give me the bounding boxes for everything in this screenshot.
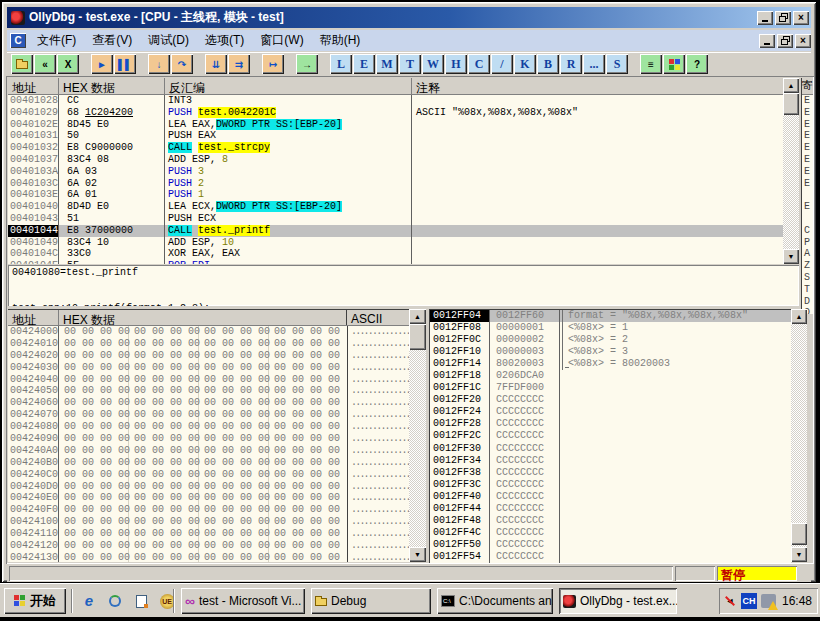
close-process-button[interactable]: X — [57, 54, 79, 74]
task-button-command-prompt[interactable]: C:\ C:\Documents an... — [437, 588, 553, 614]
stack-row[interactable]: 0012FF3CCCCCCCCC — [430, 479, 791, 491]
stack-row[interactable]: 0012FF38CCCCCCCC — [430, 467, 791, 479]
window-button-M[interactable]: M — [376, 54, 398, 74]
restore-button[interactable] — [775, 11, 791, 25]
disasm-row[interactable]: 0040103E6A 01PUSH 1 — [8, 189, 783, 201]
disasm-row[interactable]: 0040103C6A 02PUSH 2 — [8, 178, 783, 190]
minimize-button[interactable] — [757, 11, 773, 25]
window-button-H[interactable]: H — [445, 54, 467, 74]
cpu-window-icon[interactable]: C — [10, 33, 26, 48]
dump-row[interactable]: 0042406000 00 00 0000 00 00 0000 00 00 0… — [8, 397, 409, 409]
disasm-row[interactable]: 0040104983C4 10ADD ESP, 10 — [8, 237, 783, 249]
step-over-button[interactable]: ↷ — [171, 54, 193, 74]
animate-over-button[interactable]: ⇉ — [228, 54, 250, 74]
window-button-S[interactable]: S — [606, 54, 628, 74]
stack-row[interactable]: 0012FF48CCCCCCCC — [430, 515, 791, 527]
volume-muted-icon[interactable]: ◄ — [723, 594, 737, 608]
start-button[interactable]: 开始 — [4, 588, 66, 614]
window-button-B[interactable]: B — [537, 54, 559, 74]
register-row[interactable]: P — [802, 237, 813, 249]
quick-launch-notepad[interactable] — [130, 591, 152, 611]
stack-row[interactable]: 0012FF0800000001<%08x> = 1 — [430, 322, 791, 334]
stack-row[interactable]: 0012FF2CCCCCCCCC — [430, 430, 791, 442]
disasm-scroll-track[interactable] — [783, 93, 799, 249]
register-row[interactable]: T — [802, 284, 813, 296]
stack-row[interactable]: 0012FF180206DCA0 — [430, 370, 791, 382]
stack-row[interactable]: 0012FF1000000003<%08x> = 3 — [430, 346, 791, 358]
mdi-restore-button[interactable] — [777, 34, 793, 48]
register-row[interactable]: E — [802, 154, 813, 166]
close-button[interactable]: × — [793, 11, 809, 25]
stack-scroll-track[interactable] — [791, 324, 807, 547]
window-button-T[interactable]: T — [399, 54, 421, 74]
dump-row[interactable]: 0042412000 00 00 0000 00 00 0000 00 00 0… — [8, 540, 409, 552]
window-button-slash[interactable]: / — [491, 54, 513, 74]
menu-item-debug[interactable]: 调试(D) — [140, 31, 197, 49]
stack-row[interactable]: 0012FF20CCCCCCCC — [430, 394, 791, 406]
stack-row[interactable]: 0012FF54CCCCCCCC — [430, 551, 791, 563]
disasm-row[interactable]: 0040104351PUSH ECX — [8, 213, 783, 225]
tray-warning-icon[interactable] — [761, 594, 776, 608]
disasm-row[interactable]: 0040103783C4 08ADD ESP, 8 — [8, 154, 783, 166]
register-row[interactable]: E — [802, 107, 813, 119]
help-button[interactable]: ? — [686, 54, 708, 74]
dump-row[interactable]: 004240C000 00 00 0000 00 00 0000 00 00 0… — [8, 469, 409, 481]
disasm-scroll-thumb[interactable] — [783, 93, 799, 115]
dump-row[interactable]: 004240B000 00 00 0000 00 00 0000 00 00 0… — [8, 457, 409, 469]
stack-row[interactable]: 0012FF50CCCCCCCC — [430, 539, 791, 551]
stack-row[interactable]: 0012FF040012FF60format = "%08x,%08x,%08x… — [430, 310, 791, 322]
register-row[interactable]: A — [802, 248, 813, 260]
dump-row[interactable]: 0042402000 00 00 0000 00 00 0000 00 00 0… — [8, 350, 409, 362]
scroll-up-icon[interactable]: ▲ — [409, 309, 426, 324]
stack-row[interactable]: 0012FF1C7FFDF000 — [430, 382, 791, 394]
pause-button[interactable]: ▌▌ — [114, 54, 136, 74]
dump-row[interactable]: 0042400000 00 00 0000 00 00 0000 00 00 0… — [8, 326, 409, 338]
disasm-row[interactable]: 0040102E8D45 E0LEA EAX,DWORD PTR SS:[EBP… — [8, 119, 783, 131]
menu-item-window[interactable]: 窗口(W) — [252, 31, 311, 49]
window-button-L[interactable]: L — [330, 54, 352, 74]
disasm-row[interactable]: 004010408D4D E0LEA ECX,DWORD PTR SS:[EBP… — [8, 201, 783, 213]
scroll-down-icon[interactable]: ▼ — [783, 249, 799, 264]
register-row[interactable]: E — [802, 142, 813, 154]
appearance-button[interactable] — [663, 54, 685, 74]
disasm-row[interactable]: 0040104C33C0XOR EAX, EAX — [8, 248, 783, 260]
task-button-debug-folder[interactable]: Debug — [311, 588, 431, 614]
menu-item-view[interactable]: 查看(V) — [84, 31, 140, 49]
disasm-row[interactable]: 0040102968 1C204200PUSH test.0042201CASC… — [8, 107, 783, 119]
restart-button[interactable]: « — [34, 54, 56, 74]
task-button-visual-studio[interactable]: ∞ test - Microsoft Vi... — [181, 588, 305, 614]
disasm-row[interactable]: 0040103150PUSH EAX — [8, 130, 783, 142]
window-button-E[interactable]: E — [353, 54, 375, 74]
menu-item-options[interactable]: 选项(T) — [197, 31, 252, 49]
disasm-row[interactable]: 00401028CCINT3 — [8, 95, 783, 107]
register-row[interactable]: D — [802, 296, 813, 308]
dump-row[interactable]: 0042403000 00 00 0000 00 00 0000 00 00 0… — [8, 362, 409, 374]
register-row[interactable] — [802, 213, 813, 225]
dump-scroll-thumb[interactable] — [409, 324, 426, 350]
stack-row[interactable]: 0012FF44CCCCCCCC — [430, 503, 791, 515]
run-button[interactable]: ► — [91, 54, 113, 74]
quick-launch-internet-explorer[interactable]: e — [78, 591, 100, 611]
dump-row[interactable]: 0042409000 00 00 0000 00 00 0000 00 00 0… — [8, 433, 409, 445]
dump-row[interactable]: 0042404000 00 00 0000 00 00 0000 00 00 0… — [8, 374, 409, 386]
mdi-minimize-button[interactable] — [759, 34, 775, 48]
dump-row[interactable]: 0042405000 00 00 0000 00 00 0000 00 00 0… — [8, 385, 409, 397]
window-button-C[interactable]: C — [468, 54, 490, 74]
window-button-R[interactable]: R — [560, 54, 582, 74]
stack-scroll-thumb[interactable] — [791, 523, 807, 545]
dump-row[interactable]: 0042410000 00 00 0000 00 00 0000 00 00 0… — [8, 516, 409, 528]
log-window-button[interactable]: ≡ — [640, 54, 662, 74]
register-row[interactable]: E — [802, 166, 813, 178]
dump-scroll-track[interactable] — [409, 324, 426, 547]
stack-row[interactable]: 0012FF30CCCCCCCC — [430, 443, 791, 455]
dump-row[interactable]: 004240F000 00 00 0000 00 00 0000 00 00 0… — [8, 504, 409, 516]
window-button-W[interactable]: W — [422, 54, 444, 74]
dump-row[interactable]: 0042411000 00 00 0000 00 00 0000 00 00 0… — [8, 528, 409, 540]
dump-row[interactable]: 004240D000 00 00 0000 00 00 0000 00 00 0… — [8, 481, 409, 493]
register-row[interactable]: E — [802, 119, 813, 131]
register-row[interactable]: E — [802, 178, 813, 190]
register-row[interactable]: E — [802, 95, 813, 107]
quick-launch-sync[interactable] — [104, 591, 126, 611]
dump-row[interactable]: 0042401000 00 00 0000 00 00 0000 00 00 0… — [8, 338, 409, 350]
register-row[interactable]: C — [802, 225, 813, 237]
